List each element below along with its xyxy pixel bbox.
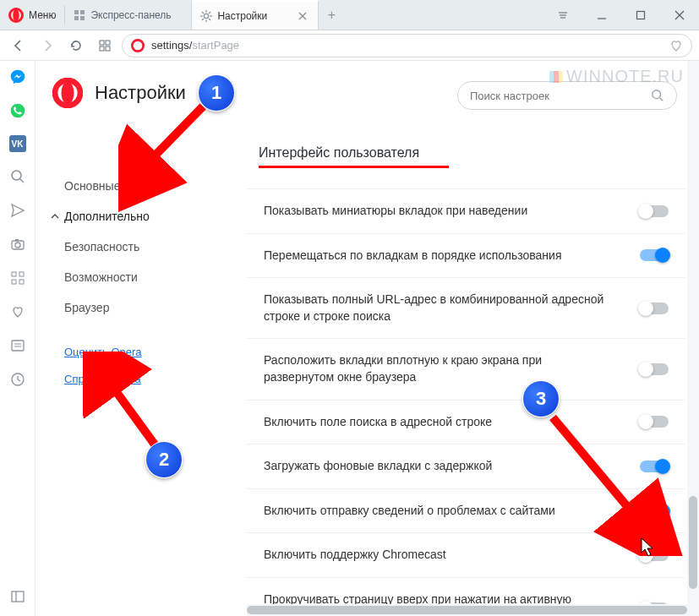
setting-row[interactable]: Перемещаться по вкладкам в порядке испол… xyxy=(247,233,685,278)
svg-rect-35 xyxy=(15,239,19,241)
nav-features[interactable]: Возможности xyxy=(44,262,205,292)
svg-rect-27 xyxy=(106,46,110,51)
svg-line-12 xyxy=(210,19,211,20)
heart-rail-icon[interactable] xyxy=(8,303,27,321)
reload-button[interactable] xyxy=(64,34,88,57)
nav-basic[interactable]: Основные xyxy=(44,171,205,201)
maximize-button[interactable] xyxy=(621,0,660,30)
search-icon xyxy=(651,89,664,102)
toggle[interactable] xyxy=(640,416,669,428)
opera-badge-icon xyxy=(131,39,145,52)
svg-rect-26 xyxy=(100,46,104,51)
svg-rect-4 xyxy=(74,16,79,20)
svg-rect-40 xyxy=(12,341,24,351)
svg-line-31 xyxy=(20,179,24,183)
back-button[interactable] xyxy=(7,34,30,57)
tab-speeddial[interactable]: Экспресс-панель xyxy=(65,0,192,30)
setting-row[interactable]: Включить отправку сведений о проблемах с… xyxy=(247,488,685,533)
close-button[interactable] xyxy=(660,0,699,30)
chevron-up-icon xyxy=(51,212,59,221)
setting-row[interactable]: Загружать фоновые вкладки с задержкой xyxy=(247,444,685,488)
search-rail-icon[interactable] xyxy=(8,167,27,186)
toggle[interactable] xyxy=(640,249,669,261)
svg-line-14 xyxy=(210,12,211,14)
vertical-scrollbar[interactable] xyxy=(687,61,699,616)
nav-rate-link[interactable]: Оценить Opera xyxy=(44,338,205,365)
messenger-icon[interactable] xyxy=(8,68,27,86)
settings-nav: Основные Дополнительно Безопасность Возм… xyxy=(44,171,205,392)
news-rail-icon[interactable] xyxy=(8,336,27,355)
toggle[interactable] xyxy=(640,461,669,472)
opera-menu-button[interactable]: Меню xyxy=(0,0,64,30)
settings-main: Настройки Основные Дополнительно Безопас… xyxy=(35,61,699,616)
settings-list: Показывать миниатюры вкладок при наведен… xyxy=(247,188,685,616)
svg-point-34 xyxy=(15,243,20,248)
svg-line-49 xyxy=(660,98,664,101)
toggle[interactable] xyxy=(640,505,669,517)
opera-menu-label: Меню xyxy=(29,9,56,21)
setting-row[interactable]: Включить поддержку Chromecast xyxy=(247,532,685,577)
annotation-badge-2: 2 xyxy=(145,441,183,478)
opera-logo-large-icon xyxy=(52,78,83,108)
annotation-underline xyxy=(259,166,449,168)
speeddial-icon xyxy=(74,9,85,21)
svg-rect-38 xyxy=(12,280,16,284)
new-tab-button[interactable]: + xyxy=(319,0,344,30)
svg-line-13 xyxy=(202,19,204,20)
settings-search-input[interactable] xyxy=(470,90,651,102)
nav-advanced[interactable]: Дополнительно xyxy=(44,201,205,232)
gear-icon xyxy=(200,10,212,22)
toggle[interactable] xyxy=(640,303,669,314)
nav-help-link[interactable]: Справка Opera xyxy=(44,365,205,392)
toggle[interactable] xyxy=(640,205,669,217)
tab-settings[interactable]: Настройки xyxy=(192,0,319,30)
page-header: Настройки xyxy=(52,78,186,108)
annotation-badge-3: 3 xyxy=(522,380,560,417)
svg-point-6 xyxy=(205,14,209,18)
navbar: settings/startPage xyxy=(0,30,699,61)
titlebar: Меню Экспресс-панель Настройки + xyxy=(0,0,699,30)
tab-label: Экспресс-панель xyxy=(90,9,171,21)
horizontal-scrollbar[interactable] xyxy=(247,604,687,616)
clock-rail-icon[interactable] xyxy=(8,370,27,389)
vk-icon[interactable]: VK xyxy=(9,135,26,152)
svg-rect-37 xyxy=(19,272,24,276)
svg-point-29 xyxy=(10,104,25,118)
setting-row[interactable]: Показывать полный URL-адрес в комбиниров… xyxy=(247,277,685,338)
window-menu-icon[interactable] xyxy=(543,0,582,30)
window-controls xyxy=(543,0,699,30)
nav-security[interactable]: Безопасность xyxy=(44,232,205,262)
nav-browser[interactable]: Браузер xyxy=(44,292,205,323)
svg-rect-44 xyxy=(12,591,24,602)
whatsapp-icon[interactable] xyxy=(8,101,27,120)
annotation-badge-1: 1 xyxy=(198,74,235,112)
watermark: WINNOTE.RU xyxy=(549,67,684,86)
address-text: settings/startPage xyxy=(151,39,239,52)
send-rail-icon[interactable] xyxy=(8,201,27,220)
forward-button[interactable] xyxy=(35,34,59,57)
tab-close-icon[interactable] xyxy=(296,9,309,23)
panel-rail-icon[interactable] xyxy=(8,587,27,606)
camera-rail-icon[interactable] xyxy=(8,235,27,253)
setting-row[interactable]: Расположить вкладки вплотную к краю экра… xyxy=(247,338,685,399)
tab-label: Настройки xyxy=(217,10,267,22)
cursor-icon xyxy=(641,537,656,558)
svg-rect-25 xyxy=(106,41,110,45)
page-title: Настройки xyxy=(95,82,186,104)
svg-rect-21 xyxy=(637,11,645,19)
toggle[interactable] xyxy=(640,363,669,375)
svg-rect-3 xyxy=(80,10,85,14)
svg-point-1 xyxy=(13,9,19,21)
svg-rect-24 xyxy=(100,41,104,45)
address-bar[interactable]: settings/startPage xyxy=(122,34,692,57)
setting-row[interactable]: Включить поле поиска в адресной строке xyxy=(247,400,685,444)
sidebar-rail: VK xyxy=(0,61,35,616)
grid-rail-icon[interactable] xyxy=(8,269,27,287)
bookmark-heart-icon[interactable] xyxy=(669,39,683,52)
svg-marker-32 xyxy=(12,204,24,216)
opera-logo-icon xyxy=(8,8,24,23)
speeddial-button[interactable] xyxy=(93,34,117,57)
minimize-button[interactable] xyxy=(582,0,621,30)
svg-point-28 xyxy=(132,40,143,51)
setting-row[interactable]: Показывать миниатюры вкладок при наведен… xyxy=(247,188,685,233)
